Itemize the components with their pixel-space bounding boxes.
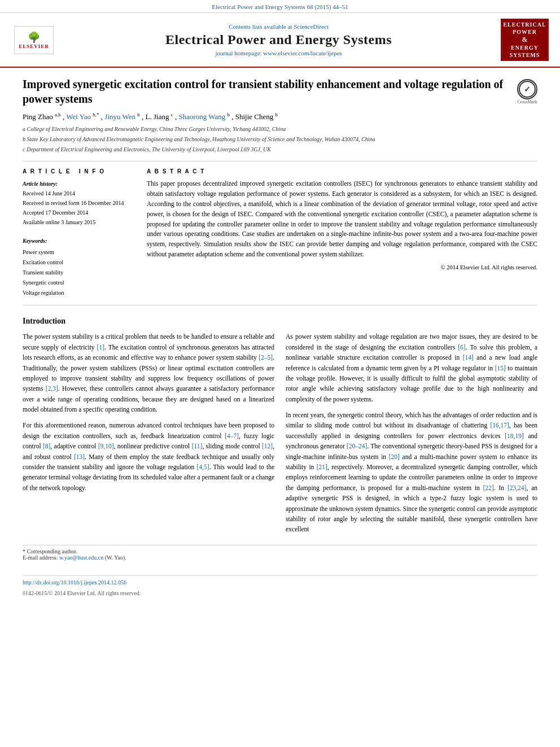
- kw-power-system: Power system: [23, 247, 135, 257]
- affil-b3: b: [228, 112, 230, 117]
- author-ping-zhao: Ping Zhao: [23, 112, 55, 121]
- ref-9-10[interactable]: [9,10]: [98, 443, 114, 449]
- email-note: E-mail address: w.yao@hust.edu.cn (W. Ya…: [23, 554, 537, 561]
- kw-excitation-control: Excitation control: [23, 257, 135, 268]
- elsevier-brand-text: ELSEVIER: [19, 43, 49, 49]
- paper-title: Improved synergetic excitation control f…: [23, 77, 537, 106]
- journal-header-center: Contents lists available at ScienceDirec…: [56, 23, 501, 56]
- affil-b-star: b,*: [93, 112, 99, 117]
- ref-21[interactable]: [21]: [317, 464, 327, 470]
- intro-para-3: As power system stability and voltage re…: [286, 331, 537, 404]
- ref-15[interactable]: [15]: [495, 365, 506, 372]
- ref-20-24[interactable]: [20–24]: [347, 443, 367, 449]
- ref-8[interactable]: [8]: [43, 443, 50, 449]
- keywords-label: Keywords:: [23, 236, 135, 246]
- body-divider: [23, 305, 537, 305]
- intro-body-columns: The power system stability is a critical…: [23, 331, 537, 540]
- intro-para-4: In recent years, the synergetic control …: [286, 410, 537, 535]
- journal-title: Electrical Power and Energy Systems: [56, 32, 501, 47]
- affiliation-a: a College of Electrical Engineering and …: [23, 125, 537, 134]
- keywords-box: Keywords: Power system Excitation contro…: [23, 236, 135, 298]
- intro-para-2: For this aforementioned reason, numerous…: [23, 420, 274, 493]
- ref-13[interactable]: [13]: [74, 453, 85, 460]
- footnote-block: * Corresponding author. E-mail address: …: [23, 545, 537, 561]
- kw-voltage-regulation: Voltage regulation: [23, 288, 135, 298]
- abstract-col: A B S T R A C T This paper proposes dece…: [147, 168, 537, 298]
- elsevier-logo-image: 🌳 ELSEVIER: [14, 26, 54, 54]
- kw-synergetic-control: Synergetic control: [23, 278, 135, 288]
- elsevier-tree-icon: 🌳: [28, 31, 40, 43]
- ref-6[interactable]: [6]: [458, 344, 465, 351]
- footer-issn: 0142-0615/© 2014 Elsevier Ltd. All right…: [0, 588, 560, 599]
- main-content: ✓ CrossMark Improved synergetic excitati…: [0, 68, 560, 570]
- affiliation-c: c Department of Electrical Engineering a…: [23, 145, 537, 154]
- author-shijie-cheng: Shijie Cheng: [235, 112, 275, 121]
- journal-homepage: journal homepage: www.elsevier.com/locat…: [56, 50, 501, 56]
- logo-line4: ENERGY: [511, 44, 539, 51]
- homepage-label: journal homepage:: [215, 50, 261, 56]
- intro-left-col: The power system stability is a critical…: [23, 331, 274, 540]
- email-person: (W. Yao).: [105, 554, 126, 561]
- ref-4-5[interactable]: [4,5]: [197, 464, 209, 470]
- introduction-section: Introduction The power system stability …: [23, 317, 537, 540]
- revised-date: Received in revised form 16 December 201…: [23, 198, 135, 208]
- ref-2-5[interactable]: [2–5]: [259, 354, 273, 361]
- affil-a-b: a,b: [55, 112, 61, 117]
- homepage-link[interactable]: www.elsevier.com/locate/ijepes: [263, 50, 342, 56]
- header-divider: [23, 161, 537, 161]
- ref-1[interactable]: [1]: [97, 344, 104, 351]
- author-wei-yao[interactable]: Wei Yao: [66, 112, 93, 121]
- article-history-box: Article history: Received 14 June 2014 R…: [23, 179, 135, 227]
- kw-transient-stability: Transient stability: [23, 268, 135, 278]
- journal-citation-text: Electrical Power and Energy Systems 68 (…: [212, 3, 348, 10]
- ref-20[interactable]: [20]: [389, 453, 400, 460]
- intro-right-col: As power system stability and voltage re…: [286, 331, 537, 540]
- article-info-label: A R T I C L E I N F O: [23, 168, 135, 174]
- corresponding-author-note: * Corresponding author.: [23, 548, 537, 554]
- logo-line1: ELECTRICAL: [503, 21, 546, 28]
- copyright-line: © 2014 Elsevier Ltd. All rights reserved…: [147, 264, 537, 270]
- doi-link[interactable]: http://dx.doi.org/10.1016/j.ijepes.2014.…: [23, 579, 126, 586]
- info-abstract-section: A R T I C L E I N F O Article history: R…: [23, 168, 537, 298]
- ref-22[interactable]: [22]: [483, 484, 494, 491]
- logo-line5: SYSTEMS: [510, 51, 540, 59]
- contents-label: Contents lists available at: [229, 23, 292, 30]
- svg-text:✓: ✓: [524, 85, 531, 94]
- received-date: Received 14 June 2014: [23, 189, 135, 198]
- introduction-heading: Introduction: [23, 317, 537, 326]
- elsevier-logo: 🌳 ELSEVIER: [11, 26, 56, 54]
- affiliation-b: b State Key Laboratory of Advanced Elect…: [23, 135, 537, 144]
- crossmark-badge[interactable]: ✓ CrossMark: [517, 79, 537, 104]
- crossmark-icon: ✓: [517, 79, 537, 99]
- abstract-text: This paper proposes decentralized improv…: [147, 179, 537, 260]
- journal-logo-right: ELECTRICAL POWER & ENERGY SYSTEMS: [501, 19, 549, 61]
- accepted-date: Accepted 17 December 2014: [23, 208, 135, 217]
- abstract-label: A B S T R A C T: [147, 168, 537, 174]
- ref-14[interactable]: [14]: [463, 354, 474, 361]
- logo-line3: &: [522, 36, 528, 45]
- available-date: Available online 3 January 2015: [23, 217, 135, 227]
- ref-11[interactable]: [11]: [192, 443, 203, 449]
- author-jinyu-wen[interactable]: Jinyu Wen: [104, 112, 137, 121]
- ref-18-19[interactable]: [18,19]: [505, 433, 524, 439]
- affiliations-block: a College of Electrical Engineering and …: [23, 125, 537, 154]
- ref-12[interactable]: [12]: [262, 443, 273, 449]
- sciencedirect-link[interactable]: ScienceDirect: [294, 23, 329, 30]
- logo-line2: POWER: [513, 28, 537, 36]
- affil-b4: b: [275, 112, 278, 117]
- author-shaorong-wang[interactable]: Shaorong Wang: [178, 112, 227, 121]
- contents-line: Contents lists available at ScienceDirec…: [56, 23, 501, 30]
- intro-para-1: The power system stability is a critical…: [23, 331, 274, 414]
- ref-16-17[interactable]: [16,17]: [490, 422, 509, 429]
- footer-doi-bar: http://dx.doi.org/10.1016/j.ijepes.2014.…: [23, 575, 537, 588]
- article-history-label: Article history:: [23, 179, 135, 189]
- ref-2-3[interactable]: [2,3]: [46, 385, 58, 392]
- ref-23-24[interactable]: [23,24]: [508, 484, 527, 491]
- journal-header: 🌳 ELSEVIER Contents lists available at S…: [0, 13, 560, 68]
- author-l-jiang: L. Jiang: [146, 112, 171, 121]
- ref-4-7[interactable]: [4–7]: [225, 433, 239, 439]
- email-address[interactable]: w.yao@hust.edu.cn: [59, 554, 103, 561]
- email-label: E-mail address:: [23, 554, 58, 561]
- article-info-col: A R T I C L E I N F O Article history: R…: [23, 168, 135, 298]
- authors-line: Ping Zhao a,b , Wei Yao b,* , Jinyu Wen …: [23, 112, 537, 121]
